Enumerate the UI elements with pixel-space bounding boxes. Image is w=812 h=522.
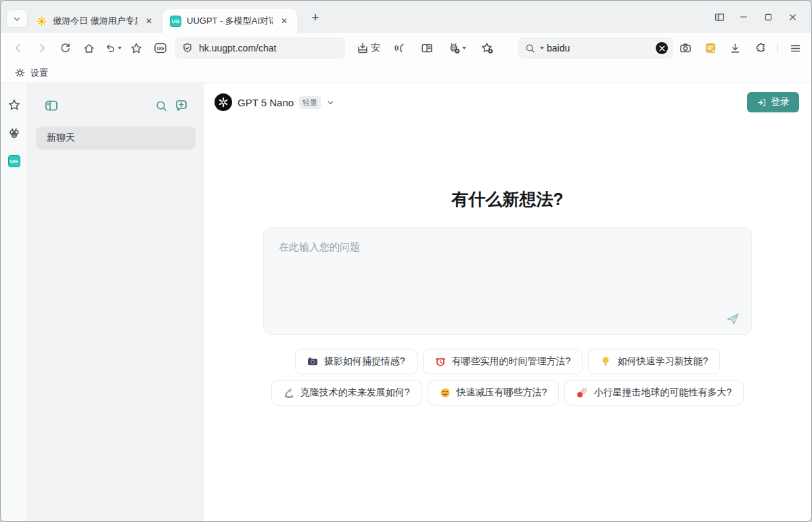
rail-favorites-button[interactable] bbox=[7, 98, 21, 112]
reader-mode-button[interactable] bbox=[415, 37, 438, 60]
tab-close-icon[interactable]: ✕ bbox=[278, 15, 290, 27]
suggestion-chip[interactable]: 小行星撞击地球的可能性有多大? bbox=[564, 380, 744, 406]
bookmarks-bar: 设置 bbox=[1, 63, 811, 83]
ug-frame-icon: UG bbox=[153, 41, 168, 56]
downloads-button[interactable] bbox=[723, 37, 747, 60]
reader-mode-icon bbox=[420, 41, 434, 55]
suggestion-chip[interactable]: 摄影如何捕捉情感? bbox=[295, 349, 418, 374]
page-title: 有什么新想法? bbox=[204, 188, 811, 211]
security-shield-icon bbox=[181, 42, 194, 54]
close-window-button[interactable] bbox=[780, 7, 805, 27]
relieved-face-icon bbox=[440, 387, 451, 398]
extensions-button[interactable] bbox=[748, 37, 772, 60]
minimize-icon bbox=[738, 12, 749, 22]
forward-button[interactable] bbox=[30, 37, 53, 60]
model-chevron-down-icon bbox=[326, 98, 335, 107]
main-menu-button[interactable] bbox=[784, 37, 807, 60]
save-page-button[interactable]: 安 bbox=[353, 41, 383, 55]
search-chats-icon bbox=[154, 99, 168, 113]
split-screen-icon bbox=[714, 12, 725, 23]
browser-window: 傲游今日 傲游用户专属 ✕ UG UUGPT - 多模型AI对话 ✕ + bbox=[0, 0, 812, 522]
suggestion-label: 如何快速学习新技能? bbox=[617, 355, 708, 368]
install-label: 安 bbox=[371, 42, 380, 54]
search-box[interactable] bbox=[518, 37, 673, 59]
home-button[interactable] bbox=[77, 37, 101, 60]
new-chat-button[interactable] bbox=[171, 95, 191, 116]
tab-uugpt[interactable]: UG UUGPT - 多模型AI对话 ✕ bbox=[163, 9, 297, 33]
toggle-sidebar-button[interactable] bbox=[41, 95, 62, 116]
read-aloud-icon bbox=[392, 41, 406, 55]
openai-logo-icon bbox=[215, 93, 232, 111]
bookmark-label: 设置 bbox=[30, 67, 48, 79]
suggestion-chip[interactable]: 快速减压有哪些方法? bbox=[428, 380, 560, 406]
chat-header: GPT 5 Nano 轻量 登录 bbox=[204, 83, 811, 112]
ug-frame-button[interactable]: UG bbox=[148, 37, 172, 60]
message-input-panel bbox=[263, 227, 752, 335]
split-screen-button[interactable] bbox=[707, 7, 731, 27]
suggestion-chip[interactable]: 如何快速学习新技能? bbox=[588, 349, 720, 374]
maximize-button[interactable] bbox=[756, 7, 780, 27]
side-rail: UG bbox=[1, 83, 28, 522]
favorites-star-icon bbox=[7, 98, 21, 112]
url-text: hk.uugpt.com/chat bbox=[199, 43, 276, 53]
toggle-sidebar-icon bbox=[44, 98, 59, 113]
page-tools: 安 bbox=[353, 37, 499, 60]
downloads-icon bbox=[729, 42, 742, 55]
new-chat-icon bbox=[174, 98, 189, 113]
toolbar-right-tools bbox=[673, 37, 807, 60]
paper-plane-icon bbox=[725, 311, 740, 326]
back-button[interactable] bbox=[6, 37, 30, 60]
rail-ug-site-button[interactable]: UG bbox=[8, 155, 20, 167]
model-name: GPT 5 Nano bbox=[238, 97, 294, 108]
tab-list-dropdown-button[interactable] bbox=[7, 10, 27, 27]
address-bar[interactable]: hk.uugpt.com/chat bbox=[175, 37, 345, 59]
read-aloud-button[interactable] bbox=[387, 37, 411, 60]
chat-list-item-new-chat[interactable]: 新聊天 bbox=[36, 127, 196, 150]
login-arrow-icon bbox=[757, 97, 767, 108]
microscope-icon bbox=[284, 387, 294, 398]
suggestion-chip[interactable]: 克隆技术的未来发展如何? bbox=[271, 380, 422, 406]
login-label: 登录 bbox=[771, 96, 790, 108]
undo-icon bbox=[104, 42, 116, 54]
light-bulb-icon bbox=[600, 356, 611, 367]
suggestion-label: 小行星撞击地球的可能性有多大? bbox=[593, 387, 731, 399]
rail-maxnote-button[interactable] bbox=[7, 127, 21, 140]
comet-icon bbox=[577, 387, 587, 398]
forward-icon bbox=[36, 42, 48, 54]
suggestion-chip[interactable]: 有哪些实用的时间管理方法? bbox=[423, 349, 583, 374]
chevron-down-icon bbox=[12, 14, 22, 24]
model-badge: 轻量 bbox=[299, 96, 321, 109]
favorites-star-button[interactable] bbox=[125, 37, 148, 60]
notes-button[interactable] bbox=[698, 37, 722, 60]
chat-sidebar: 新聊天 bbox=[28, 83, 204, 522]
camera-icon bbox=[679, 41, 692, 55]
clear-search-button[interactable] bbox=[656, 42, 668, 54]
add-favorite-button[interactable] bbox=[475, 37, 499, 60]
notes-icon bbox=[704, 41, 717, 55]
tab-maxthon-today[interactable]: 傲游今日 傲游用户专属 ✕ bbox=[29, 9, 162, 33]
undo-button[interactable] bbox=[101, 37, 125, 60]
new-tab-button[interactable]: + bbox=[307, 9, 324, 26]
minimize-button[interactable] bbox=[731, 7, 756, 27]
model-selector[interactable]: GPT 5 Nano 轻量 bbox=[215, 93, 335, 111]
tab-title: 傲游今日 傲游用户专属 bbox=[53, 15, 137, 27]
suggestion-label: 有哪些实用的时间管理方法? bbox=[452, 355, 571, 368]
svg-text:UG: UG bbox=[156, 45, 164, 51]
login-button[interactable]: 登录 bbox=[747, 92, 799, 112]
tab-close-icon[interactable]: ✕ bbox=[143, 15, 155, 27]
reload-icon bbox=[59, 42, 72, 55]
reload-button[interactable] bbox=[53, 37, 77, 60]
message-input[interactable] bbox=[264, 227, 751, 303]
maxnote-bee-icon bbox=[7, 127, 21, 140]
suggestion-label: 摄影如何捕捉情感? bbox=[324, 355, 405, 368]
bookmark-settings[interactable]: 设置 bbox=[10, 65, 52, 81]
send-button[interactable] bbox=[725, 311, 740, 326]
search-chats-button[interactable] bbox=[151, 95, 171, 116]
collect-bee-button[interactable] bbox=[443, 37, 471, 60]
star-icon bbox=[130, 42, 143, 55]
screenshot-camera-button[interactable] bbox=[673, 37, 697, 60]
search-icon bbox=[524, 43, 536, 54]
clear-icon bbox=[659, 45, 665, 51]
search-engine-caret[interactable] bbox=[540, 47, 544, 49]
search-input[interactable] bbox=[547, 43, 653, 53]
